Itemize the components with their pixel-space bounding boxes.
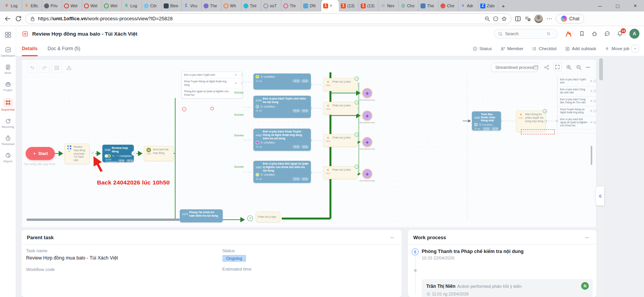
browser-tab[interactable]: 1(13) xyxy=(359,0,379,11)
browser-tab[interactable]: ΣViru xyxy=(182,0,202,11)
sidebar-item-report[interactable]: Report xyxy=(0,152,16,163)
browser-tab[interactable]: Blee xyxy=(162,0,182,11)
flow-node-171[interactable]: #171Phòng Tài chính Kế toán kiểm tra nội… xyxy=(180,209,223,222)
favorites-icon[interactable] xyxy=(524,15,531,22)
flow-node-simultaneously[interactable]: + xyxy=(362,137,372,147)
streamlined-process-button[interactable]: Streamlined process xyxy=(491,63,538,72)
auto-layout-button[interactable] xyxy=(52,63,62,73)
search-input[interactable] xyxy=(505,31,544,36)
connection-port[interactable] xyxy=(593,90,596,93)
undo-button[interactable] xyxy=(27,63,37,73)
search-box[interactable] xyxy=(494,29,558,39)
window-minimize-button[interactable]: — xyxy=(591,0,609,11)
action-status[interactable]: Status xyxy=(473,46,492,51)
action-checklist[interactable]: Checklist xyxy=(532,46,557,51)
back-icon[interactable] xyxy=(4,15,12,23)
browser-tab[interactable]: Wel xyxy=(102,0,122,11)
app-launcher-icon[interactable] xyxy=(5,31,12,38)
remove-row-icon[interactable]: ✕ xyxy=(235,82,237,85)
url-field[interactable]: https://umt.1office.vn/work-process-proc… xyxy=(25,13,511,24)
user-avatar[interactable]: A xyxy=(629,29,639,39)
connection-port[interactable] xyxy=(241,82,243,85)
profile-avatar[interactable] xyxy=(534,15,543,23)
remove-row-icon[interactable]: ✕ xyxy=(235,73,237,77)
action-move-job[interactable]: Move job xyxy=(605,46,629,51)
remove-row-icon[interactable]: ✕ xyxy=(590,100,592,103)
browser-tab[interactable]: Côr xyxy=(142,0,162,11)
collapse-work-process-icon[interactable] xyxy=(584,235,590,240)
connection-port[interactable] xyxy=(593,121,596,124)
bookmark-icon[interactable] xyxy=(579,31,585,37)
zoom-in-icon[interactable] xyxy=(565,63,573,72)
expand-panel-tab[interactable] xyxy=(596,186,604,206)
share-nodes-icon[interactable] xyxy=(542,63,551,72)
flow-node-attach-file[interactable]: H#185 Đính kèm file hợp đồng xyxy=(144,146,174,161)
tab-close-icon[interactable]: ✕ xyxy=(330,4,333,8)
page-scrollbar[interactable] xyxy=(598,56,604,297)
minimap-icon[interactable] xyxy=(532,63,540,72)
browser-tab[interactable]: >Adr xyxy=(458,0,478,11)
browser-tab[interactable]: The xyxy=(202,0,222,11)
browser-tab[interactable]: ∅Nev xyxy=(379,0,399,11)
flow-node-340[interactable]: #340Trình điều khoản chưa thống nhất Unf… xyxy=(472,111,501,131)
flow-node-check-top[interactable]: Unfulfilled 2d 00 xyxy=(253,73,311,90)
browser-tab[interactable]: The xyxy=(419,0,439,11)
browser-tab[interactable]: Wel xyxy=(62,0,82,11)
browser-tab[interactable]: Tinl xyxy=(242,0,261,11)
browser-tab[interactable]: Wh xyxy=(222,0,242,11)
rollback-badge[interactable] xyxy=(90,150,95,156)
connection-port[interactable] xyxy=(593,100,596,103)
flow-node-fill-form[interactable]: #341 Điền thông tin phiếu duyệt nội dung… xyxy=(516,111,546,132)
flow-node-task-review[interactable]: #1 Review Hợp đồng mua balo - Túi Xách V… xyxy=(64,144,90,164)
search-filter-icon[interactable] xyxy=(545,31,552,36)
split-screen-icon[interactable] xyxy=(514,15,521,22)
window-maximize-button[interactable]: ▢ xyxy=(609,0,626,11)
canvas-vertical-scrollbar[interactable] xyxy=(591,146,592,165)
flow-node-feedback-bottom[interactable]: Phản hồi ý kiến xyxy=(256,212,280,222)
zoom-indicator-icon[interactable] xyxy=(484,16,490,22)
more-actions-button[interactable] xyxy=(631,44,639,53)
action-add-subtask[interactable]: Add subtask xyxy=(565,46,596,51)
window-close-button[interactable]: ✕ xyxy=(626,0,644,11)
sidebar-item-dashboard[interactable]: Dashboard xyxy=(0,47,16,57)
chat-button[interactable]: Chat xyxy=(556,14,584,24)
flow-node-simultaneously[interactable]: + xyxy=(362,88,372,98)
sidebar-item-recurring[interactable]: Recurring xyxy=(0,118,16,129)
browser-tab[interactable]: SElfic xyxy=(22,0,42,11)
tab-doc-form[interactable]: Doc & Form (5) xyxy=(48,41,80,56)
refresh-icon[interactable] xyxy=(15,15,22,23)
redo-button[interactable] xyxy=(39,63,49,73)
browser-tab[interactable]: Che xyxy=(439,0,458,11)
remove-row-icon[interactable]: ✕ xyxy=(590,80,592,83)
branch-port[interactable] xyxy=(210,107,214,110)
flow-node-start[interactable]: Start xyxy=(26,147,55,160)
remove-row-icon[interactable]: ✕ xyxy=(590,109,592,113)
browser-tab-active[interactable]: 1✕ xyxy=(321,0,339,11)
flow-node-170[interactable]: #170Đơn vị phụ trách Tuyển sinh kiểm tra… xyxy=(253,96,311,118)
flow-node-feedback[interactable]: #437Phản hồi ý kiến xyxy=(323,166,358,179)
remove-branch-button[interactable]: − xyxy=(182,107,186,111)
notifications-icon[interactable]: 14 xyxy=(617,31,623,37)
browser-tab[interactable]: osT xyxy=(261,0,281,11)
browser-tab[interactable]: 1(13) xyxy=(339,0,359,11)
page-scrollbar-thumb[interactable] xyxy=(599,58,603,80)
remove-row-icon[interactable]: ✕ xyxy=(590,121,592,124)
browser-tab[interactable]: @Cho xyxy=(399,0,419,11)
connection-port[interactable] xyxy=(593,110,596,113)
zoom-out-icon[interactable] xyxy=(575,63,583,72)
flow-node-simultaneously[interactable]: + xyxy=(362,111,372,121)
remove-row-icon[interactable]: ✕ xyxy=(590,90,592,93)
home-icon[interactable] xyxy=(591,31,598,37)
browser-tab[interactable]: ZZalo xyxy=(478,0,498,11)
tab-details[interactable]: Details xyxy=(22,41,38,56)
flow-node-simultaneously[interactable]: + xyxy=(362,169,372,179)
sidebar-item-project[interactable]: Project xyxy=(0,81,16,92)
ad-blocker-icon[interactable] xyxy=(493,16,499,22)
fullscreen-icon[interactable] xyxy=(553,63,562,71)
flow-node-432[interactable]: #432Đơn vị phụ trách Khoa Truyền thông v… xyxy=(253,129,311,151)
browser-tab[interactable]: SLog xyxy=(122,0,142,11)
rollback-badge[interactable] xyxy=(131,151,136,156)
1office-logo-icon[interactable] xyxy=(565,30,572,37)
flow-node-feedback[interactable]: #435Phản hồi ý kiến xyxy=(323,102,358,115)
flow-node-457[interactable]: #457Đơn vị phụ trách Đối ngoại và Quản l… xyxy=(253,161,311,183)
